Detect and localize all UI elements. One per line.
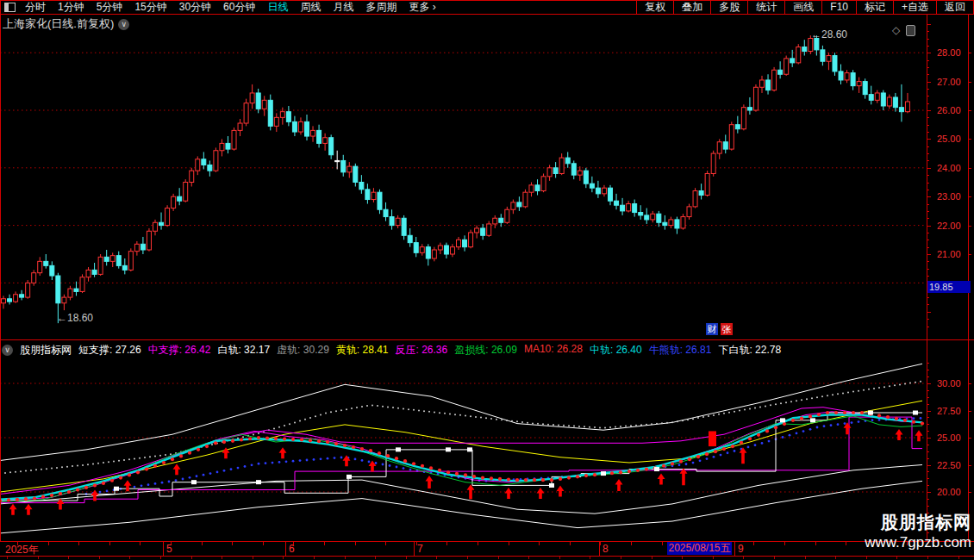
layout-icon[interactable] xyxy=(4,3,16,12)
month-label-6: 6 xyxy=(289,543,295,555)
indicator-value-9: 牛熊轨: 26.81 xyxy=(649,343,712,358)
candlestick-chart[interactable] xyxy=(0,15,925,339)
week-tick xyxy=(446,542,447,545)
toolbar-button-5[interactable]: F10 xyxy=(821,1,856,14)
event-badge-1: 张 xyxy=(721,323,733,335)
ind-price-label-22.50: 22.50 xyxy=(937,460,961,470)
strip-tick xyxy=(345,557,346,559)
toolbar-button-3[interactable]: 统计 xyxy=(747,1,784,14)
indicator-value-3: 虚轨: 30.29 xyxy=(277,343,329,358)
toolbar-button-0[interactable]: 复权 xyxy=(636,1,673,14)
week-tick xyxy=(232,542,233,545)
week-tick xyxy=(109,542,110,545)
minor-tick xyxy=(927,24,931,25)
month-label-8: 8 xyxy=(603,543,609,555)
toolbar-button-8[interactable]: 返回 xyxy=(936,1,973,14)
period-toolbar: 分时1分钟5分钟15分钟30分钟60分钟日线周线月线多周期更多 › 复权叠加多股… xyxy=(0,0,974,15)
diamond-icon[interactable]: ◇ xyxy=(892,24,900,36)
left-frame-line xyxy=(0,15,1,557)
minor-tick xyxy=(927,319,929,320)
week-tick xyxy=(355,542,356,545)
period-tab-8[interactable]: 月线 xyxy=(327,1,359,14)
price-label-23.00: 23.00 xyxy=(937,191,961,202)
axis-tick xyxy=(968,139,971,140)
indicator-value-10: 下白轨: 22.78 xyxy=(718,343,781,358)
strip-tick xyxy=(896,557,897,559)
axis-tick xyxy=(968,168,971,169)
axis-tick xyxy=(968,53,971,53)
minor-tick xyxy=(927,312,931,313)
minor-tick xyxy=(927,160,929,161)
toolbar-button-2[interactable]: 多股 xyxy=(710,1,747,14)
minor-tick xyxy=(927,254,931,255)
indicator-source: 股朋指标网 xyxy=(20,343,72,358)
year-label: 2025年 xyxy=(5,543,39,557)
toolbar-button-4[interactable]: 画线 xyxy=(784,1,821,14)
week-tick xyxy=(78,542,79,545)
period-tab-0[interactable]: 分时 xyxy=(19,1,52,14)
week-tick xyxy=(753,542,754,545)
strip-tick xyxy=(774,557,775,559)
chevron-down-icon[interactable]: ∨ xyxy=(118,19,129,30)
period-tab-2[interactable]: 5分钟 xyxy=(91,1,129,14)
minor-tick xyxy=(927,132,929,133)
strip-tick xyxy=(927,557,928,559)
month-label-7: 7 xyxy=(417,543,423,555)
minor-tick xyxy=(927,397,929,398)
minor-tick xyxy=(927,196,931,197)
selected-date-box[interactable]: 2025/08/15五 xyxy=(667,542,732,555)
minor-tick xyxy=(927,89,929,90)
axis-tick xyxy=(968,383,971,384)
period-tab-9[interactable]: 多周期 xyxy=(359,1,403,14)
strip-tick xyxy=(652,557,652,559)
minor-tick xyxy=(927,74,929,75)
axis-tick xyxy=(968,438,971,439)
period-tab-3[interactable]: 15分钟 xyxy=(128,1,172,14)
strip-tick xyxy=(559,557,560,559)
strip-tick xyxy=(835,557,836,559)
series-niuxionggui-blue xyxy=(85,417,922,495)
minor-tick xyxy=(927,218,929,219)
month-separator-6 xyxy=(285,542,286,556)
period-tab-4[interactable]: 30分钟 xyxy=(173,1,217,14)
week-tick xyxy=(324,542,325,545)
toolbar-button-6[interactable]: 标记 xyxy=(856,1,893,14)
strip-tick xyxy=(682,557,683,559)
minor-tick xyxy=(927,110,931,111)
minor-tick xyxy=(927,506,929,507)
minor-tick xyxy=(927,183,929,184)
indicator-chart[interactable] xyxy=(0,358,925,541)
indicator-header: ∨ 股朋指标网 短支撑: 27.26中支撑: 26.42白轨: 32.17虚轨:… xyxy=(2,343,781,358)
minor-tick xyxy=(927,269,929,270)
strip-tick xyxy=(68,557,69,559)
period-tab-7[interactable]: 周线 xyxy=(294,1,327,14)
chart-title: 上海家化(日线.前复权) xyxy=(3,16,114,32)
strip-tick xyxy=(283,557,284,559)
strip-tick xyxy=(375,557,376,559)
toolbar-button-1[interactable]: 叠加 xyxy=(673,1,710,14)
week-tick xyxy=(202,542,203,545)
minor-tick xyxy=(927,390,929,391)
month-separator-9 xyxy=(734,542,735,556)
period-tab-10[interactable]: 更多 › xyxy=(403,1,441,14)
window-icon[interactable] xyxy=(906,25,915,36)
candlestick-series xyxy=(2,35,910,323)
minor-tick xyxy=(927,67,929,68)
axis-tick xyxy=(968,492,971,493)
week-tick xyxy=(263,542,264,545)
series-magenta-step xyxy=(0,417,922,502)
chevron-down-icon[interactable]: ∨ xyxy=(2,345,13,356)
toolbar-button-7[interactable]: +自选 xyxy=(893,1,936,14)
strip-tick xyxy=(467,557,468,559)
date-axis[interactable]: 2025年 2025/08/15五 56789 xyxy=(0,542,974,556)
minor-tick xyxy=(927,226,931,227)
minor-tick xyxy=(927,117,929,118)
period-tab-5[interactable]: 60分钟 xyxy=(217,1,261,14)
period-tab-1[interactable]: 1分钟 xyxy=(52,1,91,14)
minor-tick xyxy=(927,411,931,412)
period-tabs: 分时1分钟5分钟15分钟30分钟60分钟日线周线月线多周期更多 › xyxy=(1,1,442,14)
strip-tick xyxy=(805,557,806,559)
minor-tick xyxy=(927,424,929,425)
period-tab-6[interactable]: 日线 xyxy=(261,1,294,14)
minor-tick xyxy=(927,451,929,452)
